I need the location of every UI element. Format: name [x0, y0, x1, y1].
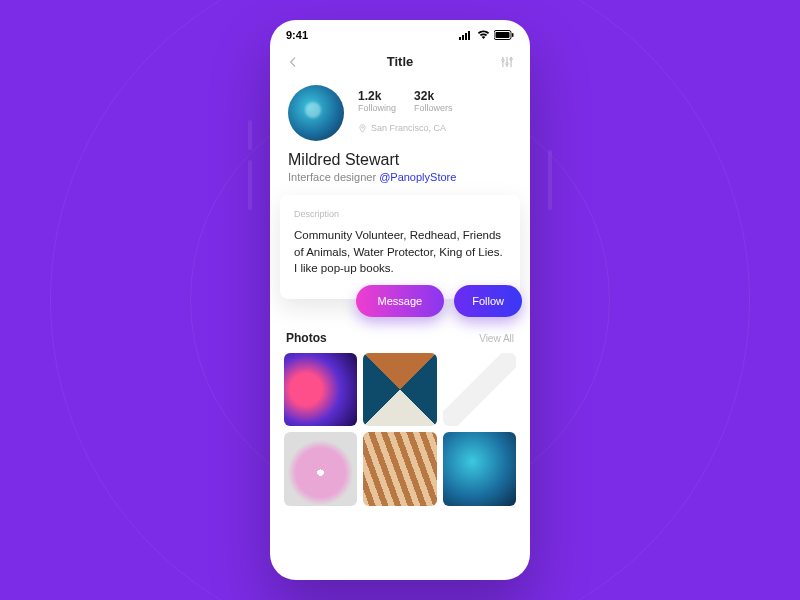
description-label: Description	[294, 209, 506, 219]
status-indicators	[459, 30, 514, 40]
stat-following[interactable]: 1.2k Following	[358, 89, 396, 113]
svg-point-9	[510, 57, 512, 59]
following-count: 1.2k	[358, 89, 396, 103]
photo-thumbnail[interactable]	[363, 353, 436, 426]
wifi-icon	[477, 30, 490, 40]
settings-icon[interactable]	[500, 55, 514, 69]
photo-thumbnail[interactable]	[284, 353, 357, 426]
role-prefix: Interface designer	[288, 171, 379, 183]
svg-rect-5	[496, 32, 510, 38]
status-bar: 9:41	[270, 20, 530, 50]
photo-thumbnail[interactable]	[363, 432, 436, 505]
back-icon[interactable]	[286, 55, 300, 69]
svg-point-8	[506, 62, 508, 64]
location-pin-icon	[358, 124, 367, 133]
location-text: San Francisco, CA	[371, 123, 446, 133]
photo-thumbnail[interactable]	[443, 353, 516, 426]
view-all-button[interactable]: View All	[479, 333, 514, 344]
avatar[interactable]	[288, 85, 344, 141]
nav-title: Title	[387, 54, 414, 69]
battery-icon	[494, 30, 514, 40]
status-time: 9:41	[286, 29, 308, 41]
svg-rect-2	[465, 33, 467, 40]
description-card: Description Community Volunteer, Redhead…	[280, 195, 520, 299]
svg-rect-1	[462, 35, 464, 40]
photo-thumbnail[interactable]	[284, 432, 357, 505]
svg-rect-6	[512, 33, 514, 37]
signal-icon	[459, 30, 473, 40]
svg-rect-3	[468, 31, 470, 40]
stat-followers[interactable]: 32k Followers	[414, 89, 453, 113]
follow-button[interactable]: Follow	[454, 285, 522, 317]
profile-role: Interface designer @PanoplyStore	[270, 169, 530, 195]
profile-handle-link[interactable]: @PanoplyStore	[379, 171, 456, 183]
photo-thumbnail[interactable]	[443, 432, 516, 505]
location: San Francisco, CA	[358, 123, 453, 133]
phone-frame: 9:41 Title 1.2k Following	[270, 20, 530, 580]
followers-label: Followers	[414, 103, 453, 113]
following-label: Following	[358, 103, 396, 113]
svg-point-10	[362, 126, 364, 128]
photo-grid	[270, 353, 530, 506]
photos-title: Photos	[286, 331, 327, 345]
profile-name: Mildred Stewart	[270, 141, 530, 169]
svg-point-7	[502, 59, 504, 61]
message-button[interactable]: Message	[356, 285, 445, 317]
nav-bar: Title	[270, 50, 530, 77]
svg-rect-0	[459, 37, 461, 40]
followers-count: 32k	[414, 89, 453, 103]
description-text: Community Volunteer, Redhead, Friends of…	[294, 227, 506, 277]
